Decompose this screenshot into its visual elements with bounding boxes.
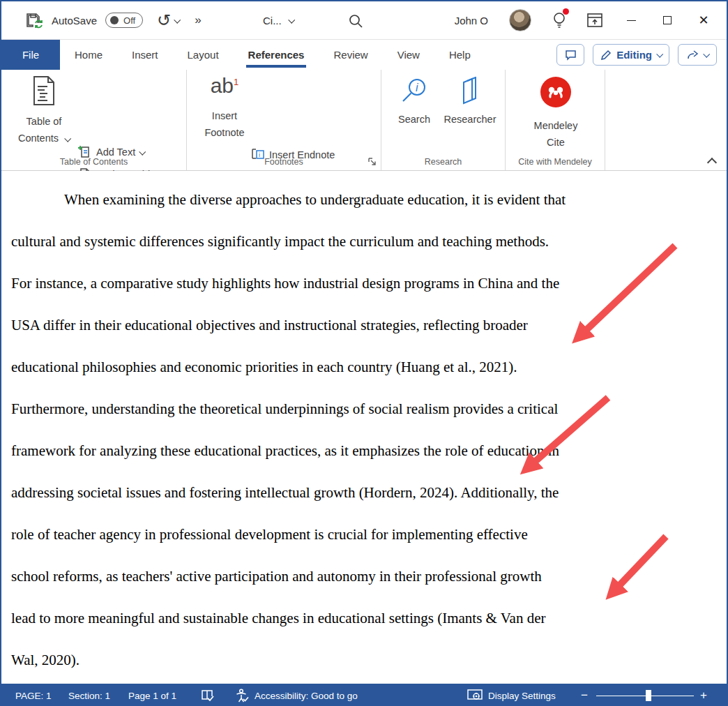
mendeley-cite-button[interactable]: Mendeley Cite — [529, 77, 582, 151]
document-line[interactable]: school reforms, as teachers' active part… — [11, 555, 727, 597]
document-line[interactable]: For instance, a comparative study highli… — [11, 262, 727, 304]
display-settings-button[interactable]: Display Settings — [467, 684, 556, 706]
tab-insert[interactable]: Insert — [117, 40, 173, 70]
minimize-icon — [627, 20, 636, 21]
autosave-toggle[interactable]: Off — [105, 13, 143, 28]
toc-page-icon — [31, 75, 56, 106]
whats-new-button[interactable] — [552, 11, 566, 29]
save-icon[interactable] — [25, 12, 43, 29]
zoom-slider-track[interactable] — [596, 696, 694, 697]
table-of-contents-button[interactable]: Table of Contents — [17, 75, 71, 147]
close-button[interactable]: ✕ — [696, 13, 711, 28]
status-page[interactable]: PAGE: 1 — [15, 684, 52, 706]
document-line[interactable]: framework for analyzing these educationa… — [11, 430, 727, 472]
tab-layout[interactable]: Layout — [173, 40, 234, 70]
status-bar: PAGE: 1 Section: 1 Page 1 of 1 Accessibi… — [1, 684, 727, 706]
editing-mode-button[interactable]: Editing — [593, 44, 669, 66]
tab-home[interactable]: Home — [60, 40, 117, 70]
zoom-in-button[interactable]: + — [700, 684, 707, 706]
editing-label: Editing — [616, 49, 652, 61]
document-line[interactable]: Wal, 2020). — [11, 639, 727, 681]
more-commands-icon[interactable]: » — [195, 13, 200, 27]
tab-file[interactable]: File — [1, 40, 60, 70]
status-page-of[interactable]: Page 1 of 1 — [128, 684, 176, 706]
mendeley-icon — [540, 77, 571, 107]
group-label-toc: Table of Contents — [1, 157, 186, 167]
document-text: When examining the diverse approaches to… — [11, 179, 727, 681]
chevron-down-icon — [139, 148, 146, 155]
display-settings-label: Display Settings — [488, 691, 556, 701]
document-line[interactable]: addressing societal issues and fostering… — [11, 472, 727, 513]
user-avatar[interactable] — [509, 9, 531, 31]
tab-view[interactable]: View — [383, 40, 434, 70]
ribbon-references: Table of Contents Add Text — [1, 70, 727, 171]
document-canvas[interactable]: When examining the diverse approaches to… — [1, 171, 727, 684]
toggle-state: Off — [123, 15, 135, 26]
autosave-label: AutoSave — [52, 15, 97, 27]
ribbon-empty-area — [605, 70, 727, 170]
insert-footnote-label-line2: Footnote — [204, 124, 244, 141]
insert-footnote-button[interactable]: ab1 Insert Footnote — [199, 75, 250, 141]
pencil-icon — [600, 50, 612, 61]
share-icon — [687, 50, 699, 61]
accessibility-status[interactable]: Accessibility: Good to go — [236, 684, 358, 706]
status-section[interactable]: Section: 1 — [68, 684, 110, 706]
comments-button[interactable] — [556, 44, 584, 66]
researcher-label: Researcher — [444, 111, 496, 128]
document-line[interactable]: educational philosophies and economic pr… — [11, 346, 727, 388]
display-settings-icon — [467, 689, 483, 703]
maximize-button[interactable] — [660, 13, 675, 28]
toggle-knob — [110, 16, 119, 24]
smart-search-icon: i — [400, 77, 429, 106]
tab-help[interactable]: Help — [434, 40, 485, 70]
chevron-down-icon — [288, 16, 295, 23]
user-name[interactable]: John O — [455, 15, 488, 27]
document-line[interactable]: role of teacher agency in professional d… — [11, 513, 727, 555]
word-window: AutoSave Off ↺ » Ci... John O — [0, 0, 728, 706]
chevron-down-icon — [656, 51, 663, 58]
researcher-icon — [455, 77, 485, 106]
collapse-ribbon-icon[interactable] — [707, 158, 717, 167]
add-text-label: Add Text — [96, 147, 135, 158]
title-bar: AutoSave Off ↺ » Ci... John O — [1, 1, 727, 40]
mendeley-label-line2: Cite — [547, 134, 565, 151]
group-table-of-contents: Table of Contents Add Text — [1, 70, 187, 170]
tab-review[interactable]: Review — [319, 40, 382, 70]
ribbon-tabs: File Home Insert Layout References Revie… — [1, 40, 727, 70]
close-icon: ✕ — [698, 14, 708, 27]
proofing-icon[interactable] — [201, 684, 215, 706]
share-button[interactable] — [678, 44, 717, 66]
search-icon[interactable] — [348, 13, 363, 29]
insert-footnote-label-line1: Insert — [212, 107, 237, 124]
document-name-dropdown[interactable]: Ci... — [263, 1, 294, 39]
toc-label-line1: Table of — [26, 113, 62, 130]
document-line[interactable]: Furthermore, understanding the theoretic… — [11, 388, 727, 430]
undo-dropdown-chevron-icon[interactable] — [174, 16, 181, 23]
maximize-icon — [663, 16, 672, 24]
smart-search-button[interactable]: i Search — [393, 77, 436, 128]
document-line[interactable]: cultural and systemic differences signif… — [11, 220, 727, 262]
footnote-ab-icon: ab1 — [211, 75, 239, 96]
accessibility-label: Accessibility: Good to go — [255, 691, 358, 701]
undo-icon[interactable]: ↺ — [157, 12, 171, 29]
toc-label-line2: Contents — [18, 130, 70, 147]
search-label: Search — [398, 111, 430, 128]
chevron-down-icon — [703, 51, 710, 58]
ribbon-display-options-icon[interactable] — [587, 13, 602, 27]
document-line[interactable]: When examining the diverse approaches to… — [11, 179, 727, 220]
group-footnotes: ab1 Insert Footnote i Insert Endnote ab1… — [187, 70, 381, 170]
group-label-mendeley: Cite with Mendeley — [506, 157, 605, 167]
researcher-button[interactable]: Researcher — [440, 77, 500, 128]
group-mendeley: Mendeley Cite Cite with Mendeley — [506, 70, 605, 170]
zoom-out-button[interactable]: − — [581, 684, 588, 706]
group-label-footnotes: Footnotes — [187, 157, 381, 167]
tab-references[interactable]: References — [234, 40, 319, 70]
svg-text:i: i — [416, 82, 418, 93]
group-research: i Search Researcher Research — [381, 70, 506, 170]
chevron-down-icon — [64, 135, 71, 142]
document-line[interactable]: USA differ in their educational objectiv… — [11, 304, 727, 346]
notification-dot — [563, 8, 569, 15]
minimize-button[interactable] — [623, 13, 639, 28]
document-line[interactable]: lead to more meaningful and sustainable … — [11, 597, 727, 639]
zoom-slider-handle[interactable] — [646, 690, 651, 701]
